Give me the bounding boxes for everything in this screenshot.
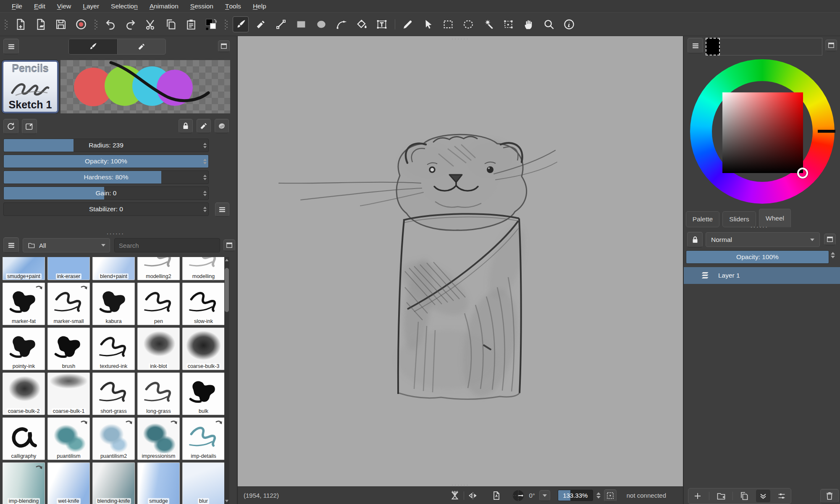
layer-opacity-slider[interactable]: Opacity: 100% <box>686 250 829 264</box>
brush-preset-tile[interactable]: puantilism2 <box>92 417 135 460</box>
line-tool[interactable] <box>273 16 289 32</box>
brush-preset-tile[interactable]: pointy-ink <box>3 328 45 370</box>
slider-spinner[interactable] <box>203 171 207 184</box>
alpha-lock-button[interactable] <box>215 119 229 133</box>
brush-preset-tile[interactable]: slow-ink <box>182 283 224 325</box>
brush-slider[interactable]: Gain: 0 <box>3 186 209 200</box>
preset-filter-dropdown[interactable]: All <box>23 238 110 252</box>
saturation-value-square[interactable] <box>722 92 803 173</box>
edit-preset-button[interactable] <box>22 119 37 134</box>
detach-docker-button[interactable] <box>218 40 230 52</box>
slider-spinner[interactable] <box>203 187 207 200</box>
brush-preset-tile[interactable]: bulk <box>182 373 224 415</box>
text-tool[interactable] <box>374 16 390 32</box>
fill-tool[interactable] <box>354 16 370 32</box>
brush-preset-tile[interactable]: imp-details <box>182 417 224 460</box>
brush-preset-tile[interactable]: wet-knife <box>47 462 90 504</box>
brush-preset-tile[interactable]: kabura <box>92 283 135 325</box>
canvas-splitter-top[interactable] <box>452 37 469 40</box>
redo-button[interactable] <box>123 16 139 32</box>
menu-item[interactable]: Session <box>184 0 219 13</box>
reload-preset-button[interactable] <box>3 119 18 134</box>
similar-color-selection-tool[interactable] <box>480 16 496 32</box>
fit-canvas-button[interactable] <box>604 489 617 502</box>
brush-preset-tile[interactable]: smudge+paint <box>3 257 45 280</box>
brush-preset-tile[interactable]: coarse-bulk-2 <box>3 373 45 415</box>
fg-bg-color-swatch[interactable] <box>203 16 219 32</box>
menu-item[interactable]: File <box>6 0 28 13</box>
brush-slider[interactable]: Hardness: 80% <box>3 171 209 184</box>
menu-item[interactable]: View <box>51 0 77 13</box>
rotation-dropdown-button[interactable] <box>539 490 550 501</box>
pan-tool[interactable] <box>521 16 537 32</box>
preset-docker-menu-button[interactable] <box>3 237 19 253</box>
brush-preset-tile[interactable]: ink-blot <box>137 328 180 370</box>
current-brush-preset[interactable]: Pencils Sketch 1 <box>2 60 59 113</box>
color-docker-menu-button[interactable] <box>688 38 703 53</box>
brush-preset-tile[interactable]: blending-knife <box>92 462 135 504</box>
blend-mode-dropdown[interactable]: Normal <box>706 232 820 247</box>
brush-preset-tile[interactable]: short-grass <box>92 373 135 415</box>
brush-preset-tile[interactable]: marker-fat <box>3 283 45 325</box>
brush-preset-tile[interactable]: brush <box>47 328 90 370</box>
brush-preset-tile[interactable]: smudge <box>137 462 180 504</box>
stabilizer-options-button[interactable] <box>215 202 229 217</box>
detach-docker-button[interactable] <box>223 239 235 251</box>
transform-tool[interactable] <box>501 16 517 32</box>
record-button[interactable] <box>73 16 89 32</box>
layer-row[interactable]: Layer 1 <box>684 267 840 284</box>
brush-preset-tile[interactable]: calligraphy <box>3 417 45 460</box>
opacity-spinner[interactable] <box>831 252 835 258</box>
scroll-down-icon[interactable] <box>224 498 229 504</box>
brush-preset-tile[interactable]: blend+paint <box>92 257 135 280</box>
scrollbar-thumb[interactable] <box>225 268 229 312</box>
brush-preset-tile[interactable]: modelling2 <box>137 257 180 280</box>
new-document-button[interactable] <box>13 16 29 32</box>
slider-spinner[interactable] <box>203 139 207 152</box>
duplicate-layer-button[interactable] <box>737 490 751 502</box>
lock-brush-button[interactable] <box>178 119 193 133</box>
brush-editor-menu-button[interactable] <box>3 39 19 54</box>
menu-item[interactable]: Layer <box>77 0 105 13</box>
brush-slider[interactable]: Stabilizer: 0 <box>3 202 209 216</box>
menu-item[interactable]: Help <box>247 0 272 13</box>
rectangle-tool[interactable] <box>293 16 309 32</box>
brush-preset-tile[interactable]: textured-ink <box>92 328 135 370</box>
paste-button[interactable] <box>183 16 199 32</box>
select-shapes-tool[interactable] <box>420 16 436 32</box>
brush-preset-tile[interactable]: ink-eraser <box>47 257 90 280</box>
tab-brush-mode[interactable] <box>69 39 118 54</box>
preset-grid-scrollbar[interactable] <box>224 257 229 504</box>
save-button[interactable] <box>53 16 69 32</box>
brush-preset-tile[interactable]: coarse-bulk-3 <box>182 328 224 370</box>
detach-docker-button[interactable] <box>824 234 836 245</box>
eraser-tool[interactable] <box>253 16 269 32</box>
tab-eraser-mode[interactable] <box>118 39 166 54</box>
menu-item[interactable]: Animation <box>144 0 184 13</box>
brush-preset-tile[interactable]: pen <box>137 283 180 325</box>
slider-spinner[interactable] <box>203 203 207 215</box>
current-color-patch[interactable] <box>706 38 720 55</box>
delete-layer-button[interactable] <box>820 489 839 503</box>
move-layer-down-button[interactable] <box>756 490 770 502</box>
brush-preset-tile[interactable]: coarse-bulk-1 <box>47 373 90 415</box>
document-info-icon[interactable] <box>490 489 503 502</box>
layer-properties-button[interactable] <box>774 490 789 502</box>
copy-button[interactable] <box>163 16 179 32</box>
color-docker-tab[interactable]: Palette <box>686 211 719 227</box>
brush-slider[interactable]: Radius: 239 <box>3 139 209 152</box>
mirror-view-icon[interactable] <box>467 489 479 502</box>
canvas-rotation-dial[interactable] <box>512 489 525 502</box>
brush-preset-tile[interactable]: imp-blending <box>3 462 45 504</box>
canvas[interactable] <box>238 36 683 486</box>
open-document-button[interactable] <box>33 16 49 32</box>
scroll-up-icon[interactable] <box>224 257 229 263</box>
canvas-splitter-bottom[interactable] <box>452 483 469 486</box>
freehand-brush-tool[interactable] <box>233 16 249 32</box>
layer-lock-button[interactable] <box>687 232 703 247</box>
bezier-curve-tool[interactable] <box>333 16 349 32</box>
brush-preset-tile[interactable]: blur <box>182 462 224 504</box>
menu-item[interactable]: Tools <box>219 0 247 13</box>
selection-display-mode-icon[interactable] <box>449 489 461 502</box>
docker-splitter[interactable] <box>751 225 768 228</box>
